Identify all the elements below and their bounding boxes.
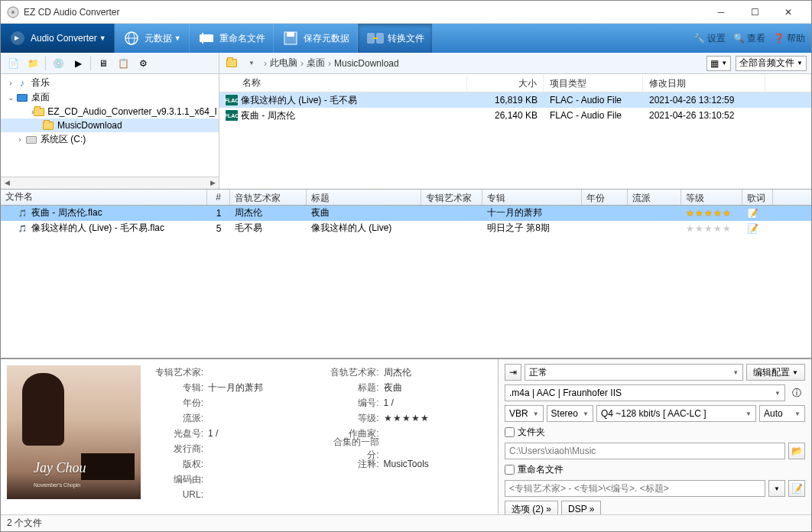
collapse-icon[interactable]: ⌄ [5, 93, 16, 102]
val-title[interactable]: 夜曲 [384, 381, 402, 394]
audio-converter-button[interactable]: Audio Converter ▼ [1, 24, 115, 53]
folder-tree: › ♪ 音乐 ⌄ 桌面 › EZ_CD_Audio_Converter_v9.3… [1, 74, 219, 189]
player-icon[interactable]: ▶ [70, 56, 86, 71]
minimize-button[interactable]: ─ [704, 1, 738, 24]
view-link[interactable]: 🔍 查看 [733, 32, 765, 45]
qcol-aartist[interactable]: 专辑艺术家 [421, 190, 482, 205]
tree-item-desktop[interactable]: ⌄ 桌面 [1, 90, 219, 105]
folder-nav-icon[interactable] [224, 56, 239, 71]
settings-link[interactable]: 🔧 设置 [693, 32, 726, 45]
pattern-edit-button[interactable]: 📝 [788, 480, 805, 497]
col-name[interactable]: 名称 [219, 74, 467, 92]
file-filter-combo[interactable]: 全部音频文件 ▼ [736, 56, 807, 71]
qcol-year[interactable]: 年份 [582, 190, 628, 205]
col-date[interactable]: 修改日期 [643, 74, 765, 92]
format-combo[interactable]: .m4a | AAC | Fraunhofer IIS▼ [505, 384, 785, 401]
col-size[interactable]: 大小 [467, 74, 544, 92]
bitrate-combo[interactable]: Q4 ~128 kbit/s [ AAC-LC ]▼ [596, 405, 756, 422]
queue-row[interactable]: 🎵夜曲 - 周杰伦.flac 1 周杰伦 夜曲 十一月的萧邦 ★★★★★ 📝 [1, 206, 811, 221]
folder-checkbox[interactable]: 文件夹 [505, 426, 545, 439]
breadcrumb-computer[interactable]: 此电脑 [270, 57, 297, 70]
info-icon[interactable]: ⓘ [788, 384, 805, 401]
rename-pattern-input[interactable] [505, 480, 765, 497]
expand-icon[interactable]: › [15, 135, 25, 144]
lyric-icon[interactable]: 📝 [742, 206, 773, 220]
globe-icon [122, 29, 141, 47]
qcol-title[interactable]: 标题 [307, 190, 421, 205]
vbr-combo[interactable]: VBR▼ [505, 405, 544, 422]
tree-item-folder1[interactable]: › EZ_CD_Audio_Converter_v9.3.1.1_x64_I [1, 105, 219, 118]
file-row[interactable]: FLAC夜曲 - 周杰伦 26,140 KB FLAC - Audio File… [219, 108, 811, 123]
add-file-icon[interactable]: 📄 [5, 56, 21, 71]
nav-dropdown-icon[interactable]: ▼ [244, 56, 259, 71]
rename-button[interactable]: 重命名文件 [190, 24, 274, 53]
chevron-right-icon[interactable]: › [264, 58, 267, 69]
edit-config-button[interactable]: 编辑配置 ▼ [746, 364, 805, 381]
mode-icon-button[interactable]: ⇥ [505, 364, 521, 381]
stereo-combo[interactable]: Stereo▼ [547, 405, 593, 422]
tree-item-folder2[interactable]: MusicDownload [1, 118, 219, 132]
rename-checkbox[interactable]: 重命名文件 [505, 463, 564, 476]
lbl-comment: 注释: [324, 458, 384, 471]
queue-row[interactable]: 🎵像我这样的人 (Live) - 毛不易.flac 5 毛不易 像我这样的人 (… [1, 221, 811, 236]
ripper-icon[interactable]: 💿 [50, 56, 66, 71]
horizontal-scrollbar[interactable]: ◀ ▶ [1, 177, 219, 189]
qcol-lyric[interactable]: 歌词 [742, 190, 773, 205]
scroll-right-icon[interactable]: ▶ [206, 177, 219, 189]
audio-icon: 🎵 [16, 208, 28, 219]
drive-icon [25, 134, 37, 146]
tool2-icon[interactable]: 📋 [115, 56, 131, 71]
qcol-file[interactable]: 文件名 [1, 190, 207, 205]
album-cover[interactable]: Jay Chou November's Chopin [7, 365, 141, 499]
tool-icon[interactable]: 🖥 [96, 56, 111, 71]
save-icon [281, 29, 300, 47]
qcol-genre[interactable]: 流派 [628, 190, 681, 205]
rating-stars[interactable]: ★★★★★ [384, 413, 430, 423]
tree-item-drive[interactable]: › 系统区 (C:) [1, 132, 219, 147]
close-button[interactable]: ✕ [771, 1, 805, 24]
expand-icon[interactable]: › [5, 79, 16, 87]
auto-combo[interactable]: Auto▼ [759, 405, 805, 422]
qcol-artist[interactable]: 音轨艺术家 [230, 190, 307, 205]
val-tartist[interactable]: 周杰伦 [384, 366, 411, 379]
val-comment[interactable]: MusicTools [384, 459, 429, 469]
val-album[interactable]: 十一月的萧邦 [208, 381, 263, 394]
qcol-rating[interactable]: 等级 [681, 190, 742, 205]
val-discid[interactable]: 1 / [208, 428, 218, 439]
view-mode-combo[interactable]: ▦ ▼ [706, 56, 731, 71]
metadata-button[interactable]: 元数据 ▼ [115, 24, 190, 53]
mode-combo[interactable]: 正常▼ [525, 364, 743, 381]
breadcrumb-desktop[interactable]: 桌面 [307, 57, 325, 70]
help-link[interactable]: ❓ 帮助 [773, 32, 805, 45]
chevron-right-icon[interactable]: › [300, 58, 304, 69]
scroll-left-icon[interactable]: ◀ [1, 177, 13, 189]
qcol-num[interactable]: # [207, 190, 230, 205]
lbl-discid: 光盘号: [148, 427, 208, 440]
chevron-right-icon[interactable]: › [328, 58, 331, 69]
folder-path-input[interactable] [505, 443, 785, 459]
save-metadata-button[interactable]: 保存元数据 [274, 24, 358, 53]
lbl-url: URL: [148, 489, 208, 500]
window-title: EZ CD Audio Converter [24, 7, 704, 18]
val-tracknum[interactable]: 1 / [384, 397, 394, 408]
rating-stars[interactable]: ★★★★★ [681, 222, 742, 235]
folder-icon [34, 105, 44, 118]
queue-header: 文件名 # 音轨艺术家 标题 专辑艺术家 专辑 年份 流派 等级 歌词 [1, 189, 811, 206]
add-folder-icon[interactable]: 📁 [25, 56, 41, 71]
lyric-icon[interactable]: 📝 [742, 222, 773, 235]
qcol-album[interactable]: 专辑 [482, 190, 582, 205]
file-row[interactable]: FLAC像我这样的人 (Live) - 毛不易 16,819 KB FLAC -… [219, 92, 811, 108]
rename-label: 重命名文件 [219, 32, 265, 45]
save-metadata-label: 保存元数据 [304, 32, 349, 45]
breadcrumb-folder[interactable]: MusicDownload [334, 58, 399, 69]
browse-folder-button[interactable]: 📂 [788, 443, 805, 459]
rating-stars[interactable]: ★★★★★ [681, 206, 742, 220]
maximize-button[interactable]: ☐ [738, 1, 771, 24]
tool3-icon[interactable]: ⚙ [135, 56, 151, 71]
tree-item-music[interactable]: › ♪ 音乐 [1, 76, 219, 90]
col-type[interactable]: 项目类型 [544, 74, 643, 92]
pattern-dropdown-button[interactable]: ▼ [768, 480, 785, 497]
app-icon [7, 6, 19, 18]
dropdown-icon: ▼ [174, 34, 181, 42]
convert-files-button[interactable]: 转换文件 [358, 24, 433, 53]
